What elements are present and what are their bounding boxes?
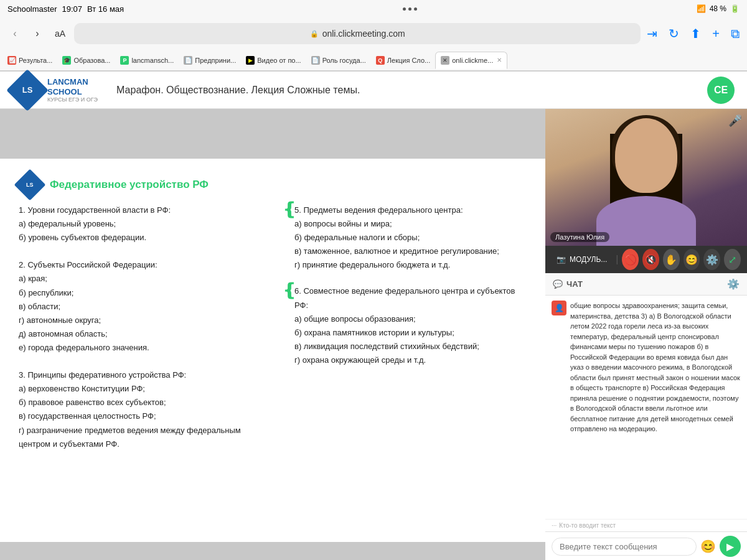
address-bar[interactable]: 🔒 onli.clickmeeting.com [74,23,641,44]
emoji-reaction-icon: 😊 [685,254,698,266]
typing-label: Кто-то вводит текст [559,522,616,529]
tab-lekciya[interactable]: Q Лекция Сло... [371,52,435,69]
reload-button[interactable]: ↻ [667,25,680,42]
module-cam-button[interactable]: 📷 МОДУЛЬ... [552,253,612,266]
avatar: 👤 [552,301,566,315]
battery-label: 48 % [710,4,726,13]
slide-point6-g: г) охрана окружающей среды и т.д. [294,353,527,367]
dot1 [403,7,406,11]
tab-close-onli[interactable]: ✕ [497,57,502,63]
send-icon: ▶ [726,541,734,553]
tab-icon-predprin: 📄 [184,56,192,65]
slide-logo-wrapper: LS [19,174,41,196]
slide-point3-header: 3. Принципы федеративного устройства РФ: [19,368,263,382]
bracket5-icon: ❴ [282,201,296,218]
tab-rol[interactable]: 📄 Роль госуда... [306,52,371,69]
logo-diamond: LS [6,69,49,111]
slide-point5-v: в) таможенное, валютное и кредитное регу… [294,245,527,258]
main-content: LS Федеративное устройство РФ 1. Уровни … [0,109,747,560]
share-button[interactable]: ⬆ [689,25,702,42]
slide-item6-block: ❴ 6. Совместное ведение федерального цен… [282,284,527,367]
logo-area: LS LANCMAN SCHOOL КУРСЫ ЕГЭ И ОГЭ [12,75,98,105]
back-button[interactable]: ‹ [6,25,24,42]
chat-title: 💬 ЧАТ [553,279,583,289]
slide-point2-b: б) республики; [19,286,263,300]
tab-icon-education: 🎓 [62,56,71,65]
slide-point2-header: 2. Субъекты Российской Федерации: [19,258,263,272]
chat-input-area: 😊 ▶ [545,531,747,560]
tab-label-onli: onli.clickme... [452,57,493,64]
slide-content: 1. Уровни государственной власти в РФ: а… [19,203,527,451]
video-portrait [545,109,747,246]
slide-point3-g: г) разграничение предметов ведения между… [19,424,263,437]
url-text: onli.clickmeeting.com [322,29,405,39]
slide-logo-text: LS [26,182,34,188]
tab-education[interactable]: 🎓 Образова... [57,52,115,69]
browser-toolbar: ‹ › аА 🔒 onli.clickmeeting.com ⇥ ↻ ⬆ + ⧉ [0,17,747,50]
emoji-picker-button[interactable]: 😊 [700,539,716,554]
new-tab-button[interactable]: + [711,26,721,42]
tab-label-video: Видео от по... [257,57,301,64]
app-header: LS LANCMAN SCHOOL КУРСЫ ЕГЭ И ОГЭ Марафо… [0,72,747,109]
fullscreen-icon: ⤢ [728,254,736,266]
video-off-button[interactable]: 🚫 [622,249,639,270]
carrier-label: Schoolmaster [7,4,57,14]
tab-label-education: Образова... [73,57,110,64]
chat-messages[interactable]: 👤 общие вопросы здравоохранения; защита … [545,296,747,519]
tab-icon-results: 📈 [7,56,16,65]
header-title: Марафон. Обществознание. Лекция Сложные … [110,85,707,96]
mic-off-button[interactable]: 🔇 [642,249,659,270]
fullscreen-button[interactable]: ⤢ [724,249,741,270]
send-button[interactable]: ▶ [720,536,741,557]
tab-lancman[interactable]: P lancmansch... [115,52,179,69]
typing-hint: ··· Кто-то вводит текст [545,519,747,531]
tab-predprin[interactable]: 📄 Предприни... [179,52,241,69]
date-label: Вт 16 мая [87,4,124,14]
slide-col-left: 1. Уровни государственной власти в РФ: а… [19,203,263,451]
chat-settings-icon[interactable]: ⚙️ [727,278,740,290]
slide-point6-header: 6. Совместное ведение федерального центр… [294,284,527,312]
settings-icon: ⚙️ [706,254,718,266]
video-area: 🎤 Лазутина Юлия [545,109,747,246]
tabs-button[interactable]: ⧉ [730,26,741,42]
cam-icon: 📷 [557,255,566,264]
chat-input[interactable] [552,538,697,556]
slide-point2-g: г) автономные округа; [19,314,263,327]
mic-off-icon: 🔇 [645,254,657,266]
status-bar: Schoolmaster 19:07 Вт 16 мая 📶 48 % 🔋 [0,0,747,17]
mic-icon: 🎤 [728,114,742,128]
slide-point2-a: а) края; [19,272,263,286]
tab-label-lekciya: Лекция Сло... [387,57,430,64]
tab-results[interactable]: 📈 Результа... [2,52,57,69]
slide-point3-a: а) верховенство Конституции РФ; [19,382,263,396]
logo-name-block: LANCMAN SCHOOL КУРСЫ ЕГЭ И ОГЭ [47,77,98,103]
chat-message-text: общие вопросы здравоохранения; защита се… [570,301,741,434]
lecture-slide: LS Федеративное устройство РФ 1. Уровни … [0,159,545,542]
slide-point3-v: в) государственная целостность РФ; [19,409,263,423]
tab-icon-onli: ✕ [441,56,449,65]
tab-video[interactable]: ▶ Видео от по... [241,52,306,69]
module-label: МОДУЛЬ... [570,255,607,264]
forward-button[interactable]: › [29,25,46,42]
emoji-reaction-button[interactable]: 😊 [684,249,700,270]
hand-button[interactable]: ✋ [663,249,680,270]
settings-button[interactable]: ⚙️ [703,249,720,270]
tab-label-predprin: Предприни... [195,57,236,64]
tab-icon-lekciya: Q [376,56,385,65]
tab-icon-video: ▶ [246,56,255,65]
slide-point6-v: в) ликвидация последствий стихийных бедс… [294,340,527,353]
slide-point5-a: а) вопросы войны и мира; [294,217,527,231]
slide-point3-g2: центром и субъектами РФ. [19,437,263,451]
slide-point3-b: б) правовое равенство всех субъектов; [19,396,263,409]
slide-point1-b: б) уровень субъектов федерации. [19,231,263,245]
slide-bottom-gray [0,542,545,560]
user-avatar[interactable]: CE [707,77,735,104]
tab-onli[interactable]: ✕ onli.clickme... ✕ [435,52,507,69]
slide-point5-header: 5. Предметы ведения федерального центра: [294,203,527,217]
share-to-tab-button[interactable]: ⇥ [646,25,659,42]
text-size-button[interactable]: аА [51,26,69,41]
dot3 [414,7,417,11]
speaker-name: Лазутина Юлия [550,232,609,242]
tab-label-rol: Роль госуда... [322,57,366,64]
battery-icon: 🔋 [730,4,740,13]
